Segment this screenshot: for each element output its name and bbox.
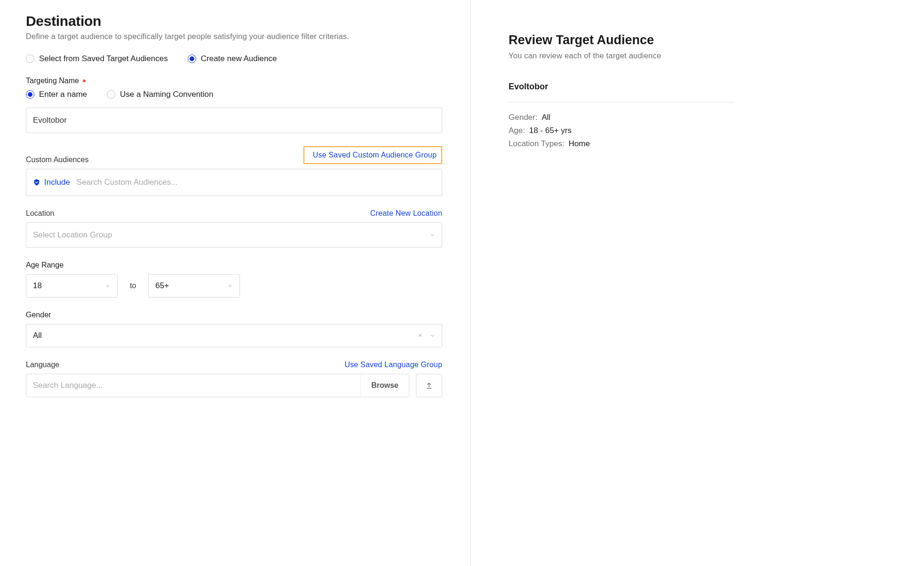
custom-audiences-search-input[interactable] [77, 176, 435, 189]
review-gender-key: Gender: [509, 113, 537, 122]
age-range-block: Age Range 18 to 65+ [26, 261, 442, 298]
radio-icon [107, 90, 115, 99]
review-divider [509, 102, 734, 102]
language-block: Language Use Saved Language Group Browse [26, 361, 442, 397]
required-indicator-icon [83, 79, 86, 82]
radio-saved-audiences[interactable]: Select from Saved Target Audiences [26, 54, 168, 63]
review-age-key: Age: [509, 126, 525, 135]
gender-select[interactable]: All [26, 324, 442, 347]
close-icon [417, 332, 423, 338]
radio-enter-name[interactable]: Enter a name [26, 90, 87, 99]
language-label: Language [26, 361, 59, 369]
review-title: Review Target Audience [509, 33, 734, 47]
create-location-link[interactable]: Create New Location [370, 209, 442, 218]
include-toggle[interactable]: Include [33, 178, 70, 187]
radio-saved-label: Select from Saved Target Audiences [39, 54, 168, 63]
gender-label: Gender [26, 311, 442, 319]
radio-convention-label: Use a Naming Convention [120, 90, 213, 99]
clear-gender-button[interactable] [417, 332, 423, 339]
radio-icon [188, 55, 196, 63]
custom-audiences-block: Custom Audiences Use Saved Custom Audien… [26, 146, 442, 196]
targeting-name-label: Targeting Name [26, 77, 442, 85]
chevron-down-icon [105, 283, 111, 289]
page-title: Destination [26, 13, 442, 29]
radio-icon [26, 55, 34, 63]
age-to-label: to [130, 282, 136, 290]
chevron-down-icon [430, 333, 435, 338]
chevron-down-icon [227, 283, 233, 289]
age-from-select[interactable]: 18 [26, 274, 118, 298]
review-sidebar: Review Target Audience You can review ea… [470, 0, 734, 566]
gender-value: All [33, 331, 42, 340]
location-block: Location Create New Location Select Loca… [26, 209, 442, 248]
targeting-name-input[interactable] [26, 108, 442, 133]
age-from-value: 18 [33, 281, 42, 291]
age-to-value: 65+ [155, 281, 169, 291]
radio-enter-name-label: Enter a name [39, 90, 87, 99]
review-audience-name: Evoltobor [509, 82, 734, 92]
age-to-select[interactable]: 65+ [148, 274, 240, 298]
chevron-down-icon [430, 232, 435, 238]
radio-icon [26, 90, 34, 99]
location-select[interactable]: Select Location Group [26, 222, 442, 248]
location-placeholder: Select Location Group [33, 230, 112, 240]
location-label: Location [26, 209, 55, 218]
review-location-types: Location Types: Home [509, 139, 734, 149]
review-age-value: 18 - 65+ yrs [529, 126, 572, 135]
targeting-name-radios: Enter a name Use a Naming Convention [26, 90, 442, 99]
review-subtitle: You can review each of the target audien… [509, 51, 734, 60]
age-range-label: Age Range [26, 261, 442, 269]
review-age: Age: 18 - 65+ yrs [509, 126, 734, 135]
language-input-box: Browse [26, 374, 409, 397]
radio-create-audience[interactable]: Create new Audience [188, 54, 277, 63]
targeting-name-block: Targeting Name Enter a name Use a Naming… [26, 77, 442, 133]
gender-block: Gender All [26, 311, 442, 347]
review-gender: Gender: All [509, 113, 734, 122]
use-saved-ca-highlight: Use Saved Custom Audience Group [303, 146, 442, 164]
language-search-input[interactable] [26, 374, 360, 397]
radio-create-label: Create new Audience [201, 54, 277, 63]
use-saved-language-link[interactable]: Use Saved Language Group [344, 361, 442, 369]
audience-source-radios: Select from Saved Target Audiences Creat… [26, 54, 442, 63]
browse-button[interactable]: Browse [360, 374, 409, 397]
custom-audiences-input-box: Include [26, 169, 442, 196]
shield-check-icon [33, 178, 40, 187]
upload-button[interactable] [416, 374, 442, 397]
page-subtitle: Define a target audience to specifically… [26, 32, 442, 41]
review-gender-value: All [542, 113, 550, 122]
include-label: Include [44, 178, 70, 187]
review-loc-value: Home [569, 139, 590, 148]
review-loc-key: Location Types: [509, 139, 565, 148]
custom-audiences-label: Custom Audiences [26, 156, 88, 164]
targeting-name-label-text: Targeting Name [26, 77, 79, 85]
use-saved-ca-link[interactable]: Use Saved Custom Audience Group [313, 151, 437, 159]
main-form: Destination Define a target audience to … [0, 0, 470, 566]
upload-icon [425, 381, 433, 390]
radio-naming-convention[interactable]: Use a Naming Convention [107, 90, 213, 99]
